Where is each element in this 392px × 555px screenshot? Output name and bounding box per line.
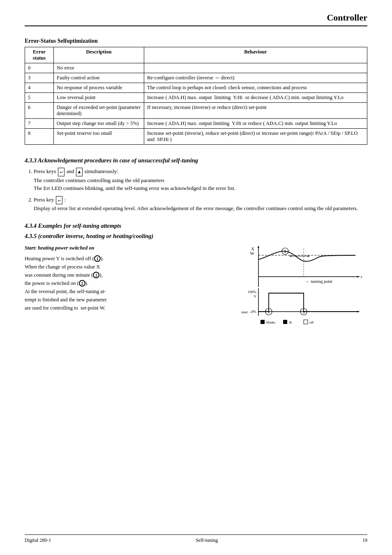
step2-intro: Press key <box>34 197 55 203</box>
col-header-status: Error status <box>25 47 54 63</box>
page-title: Controller <box>327 12 367 23</box>
step2-text: Display of error list at extended operat… <box>34 205 358 211</box>
circle1-label: 1 <box>268 310 270 314</box>
step2-after: : <box>65 197 66 203</box>
page-header: Controller <box>25 12 367 26</box>
key-enter2-icon: ↵ <box>56 196 63 205</box>
procedure-step-2: Press key ↵ : Display of error list at e… <box>34 196 367 213</box>
col-header-behaviour: Behaviour <box>144 47 367 63</box>
svg-marker-2 <box>357 276 360 278</box>
svg-marker-9 <box>308 255 310 257</box>
blinks-icon <box>261 320 265 324</box>
start-heading: Start: heating power switched on <box>25 244 228 252</box>
procedure-step-1: Press keys ↵ and ▲ simultaneously: The c… <box>34 167 367 192</box>
start-label: start → <box>241 310 252 314</box>
error-status-table: Error status Description Behaviour 0 No … <box>25 47 367 145</box>
section-434-heading: 4.3.4 Examples for self-tuning attempts <box>25 222 367 229</box>
step1-line1: The controller continues controlling usi… <box>34 177 164 183</box>
lit-icon <box>283 320 287 324</box>
table-row: 3 Faulty control action Re-configure con… <box>25 73 367 83</box>
circle-2: 2 <box>93 272 99 278</box>
footer-right: 19 <box>362 537 367 543</box>
table-row: 4 No response of process variable The co… <box>25 83 367 93</box>
section-433-heading: 4.3.3 Acknowledgement procedures in case… <box>25 157 367 164</box>
page-footer: Digital 280-1 Self-tuning 19 <box>25 534 367 543</box>
svg-marker-3 <box>258 245 259 248</box>
chart-diagram: X W t 2 <box>236 244 367 336</box>
self-tuning-diagram: X W t 2 <box>236 244 363 334</box>
circle-1: 1 <box>94 255 101 262</box>
y-power-label: Y <box>254 294 257 298</box>
table-row: 7 Output step change too small (dy > 5%)… <box>25 119 367 129</box>
table-row: 8 Set-point reserve too small Increase s… <box>25 129 367 145</box>
circle-3: 3 <box>79 280 85 287</box>
procedures-list: Press keys ↵ and ▲ simultaneously: The c… <box>34 167 367 213</box>
col-header-description: Description <box>54 47 144 63</box>
percent100-label: 100% <box>248 290 257 294</box>
step1-and: and <box>67 168 76 174</box>
table-row: 0 No error <box>25 63 367 73</box>
svg-marker-13 <box>357 311 360 312</box>
turning-point-label: ← turning point <box>306 279 332 284</box>
chart-text-container: Start: heating power switched on Heating… <box>25 244 367 336</box>
key-enter-icon: ↵ <box>58 168 65 176</box>
off-label: off <box>309 320 314 324</box>
footer-center: Self-tuning <box>196 537 218 543</box>
w-axis-label: W <box>250 251 255 256</box>
svg-marker-7 <box>289 255 291 257</box>
chart-text-body: Heating power Y is switched off (1). Whe… <box>25 254 228 312</box>
section-435-heading: 4.3.5 (controller inverse, heating or he… <box>25 233 367 240</box>
section-433: 4.3.3 Acknowledgement procedures in case… <box>25 157 367 213</box>
chart-description: Start: heating power switched on Heating… <box>25 244 228 336</box>
footer-left: Digital 280-1 <box>25 537 51 543</box>
t-axis-label: t <box>361 274 362 279</box>
step1-after: simultaneously: <box>85 168 118 174</box>
lit-label: lit <box>289 320 292 324</box>
circle2-label: 2 <box>284 250 286 254</box>
step1-intro: Press keys <box>34 168 58 174</box>
blinks-label: blinks <box>266 320 276 324</box>
off-icon <box>304 320 308 324</box>
circle3-label: 3 <box>303 310 305 314</box>
step1-line2: The Err LED continues blinking, until th… <box>34 185 235 191</box>
section-434: 4.3.4 Examples for self-tuning attempts … <box>25 222 367 336</box>
page: Controller Error-Status Selfoptimization… <box>0 0 392 555</box>
table-row: 5 Low reversal point Increase ( ADA.H) m… <box>25 93 367 103</box>
error-table-title: Error-Status Selfoptimization <box>25 38 367 44</box>
table-row: 6 Danger of exceeded set-point (paramete… <box>25 103 367 119</box>
key-up-icon: ▲ <box>76 168 83 176</box>
